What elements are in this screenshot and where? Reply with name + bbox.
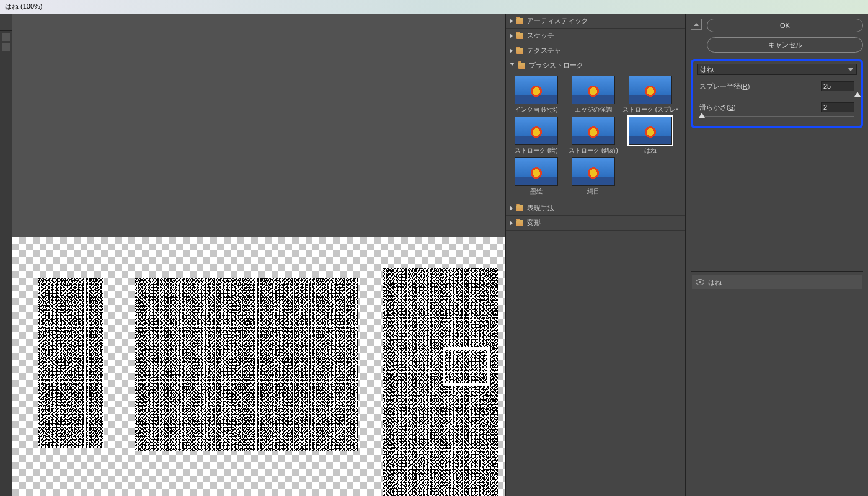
category-row[interactable]: スケッチ <box>506 29 685 43</box>
preview-shape <box>443 347 490 386</box>
filter-thumb[interactable]: ストローク (暗) <box>508 117 564 155</box>
spray-radius-input[interactable] <box>821 81 854 91</box>
category-label: アーティスティック <box>527 16 588 25</box>
expand-button[interactable] <box>691 19 702 30</box>
category-label: ブラシストローク <box>529 61 583 70</box>
category-row[interactable]: アーティスティック <box>506 14 685 29</box>
rail-btn[interactable] <box>2 33 10 41</box>
filter-thumb-grid: インク画 (外形) エッジの強調 ストローク (スプレー) ストローク (暗) … <box>506 73 685 201</box>
smoothness-input[interactable] <box>821 102 854 112</box>
preview-shape <box>135 278 358 451</box>
category-row[interactable]: 表現手法 <box>506 201 685 216</box>
category-label: スケッチ <box>527 31 554 40</box>
layer-label: はね <box>708 278 722 287</box>
category-label: 変形 <box>527 218 541 228</box>
settings-panel: OK キャンセル はね スプレー半径(R) 滑らかさ(S) <box>685 14 868 496</box>
filter-thumb[interactable]: インク画 (外形) <box>508 76 564 114</box>
chevron-up-icon <box>694 23 699 26</box>
ok-button[interactable]: OK <box>707 19 863 32</box>
filter-thumb[interactable]: 網目 <box>565 157 621 196</box>
filter-thumb[interactable]: エッジの強調 <box>565 76 621 114</box>
filter-select[interactable]: はね <box>697 64 857 75</box>
disclosure-icon <box>510 48 513 53</box>
smoothness-slider[interactable] <box>693 112 861 120</box>
folder-icon <box>516 205 523 211</box>
preview-panel[interactable] <box>12 14 505 496</box>
disclosure-icon <box>510 206 513 211</box>
folder-icon <box>516 48 523 54</box>
filter-thumb[interactable]: ストローク (スプレー) <box>622 76 678 114</box>
disclosure-icon <box>510 221 513 226</box>
rail-btn[interactable] <box>2 43 10 51</box>
preview-shape <box>38 278 104 448</box>
spray-radius-slider[interactable] <box>693 91 861 99</box>
category-label: テクスチャ <box>527 46 561 55</box>
folder-icon <box>516 220 523 226</box>
param-label: 滑らかさ(S) <box>699 103 817 112</box>
preview-canvas <box>12 237 505 496</box>
folder-icon <box>516 33 523 39</box>
category-row[interactable]: テクスチャ <box>506 43 685 58</box>
filter-gallery: アーティスティック スケッチ テクスチャ ブラシストローク インク画 (外形) … <box>505 14 685 496</box>
disclosure-icon <box>510 19 513 24</box>
effect-layers: はね <box>691 271 863 289</box>
folder-icon <box>518 63 525 69</box>
filter-thumb[interactable]: 墨絵 <box>508 157 564 196</box>
layer-row[interactable]: はね <box>692 275 862 289</box>
disclosure-icon <box>510 33 513 38</box>
folder-icon <box>516 18 523 24</box>
filter-thumb[interactable]: ストローク (斜め) <box>565 117 621 155</box>
params-highlight: はね スプレー半径(R) 滑らかさ(S) <box>691 59 863 128</box>
category-row[interactable]: ブラシストローク <box>506 58 685 73</box>
filter-thumb[interactable]: はね <box>622 117 678 155</box>
titlebar: はね (100%) <box>0 0 868 14</box>
disclosure-icon <box>510 63 515 68</box>
window-title: はね (100%) <box>5 2 43 10</box>
left-rail <box>0 14 12 496</box>
category-row[interactable]: 変形 <box>506 216 685 231</box>
cancel-button[interactable]: キャンセル <box>707 37 863 53</box>
visibility-icon[interactable] <box>696 279 704 285</box>
category-label: 表現手法 <box>527 203 554 213</box>
param-label: スプレー半径(R) <box>699 82 817 91</box>
